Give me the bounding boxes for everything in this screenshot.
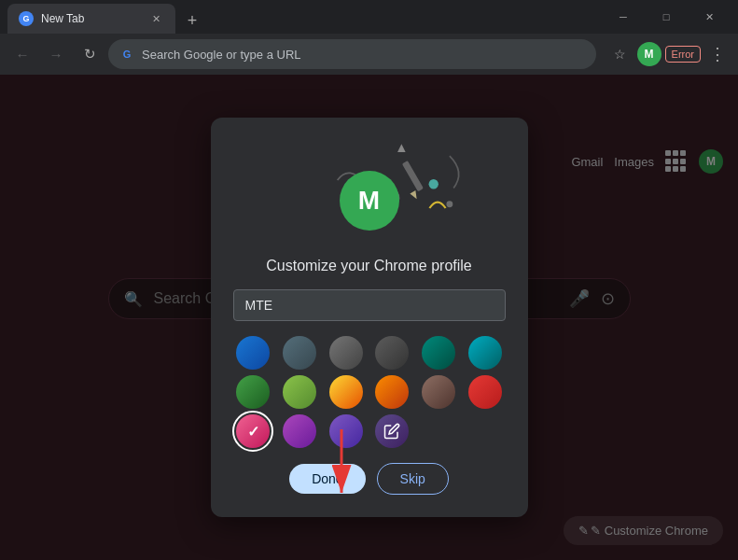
color-swatch[interactable] [283, 375, 316, 409]
new-tab-button[interactable]: + [179, 7, 205, 34]
refresh-button[interactable]: ↻ [75, 39, 104, 69]
tab-strip: G New Tab ✕ + [7, 0, 594, 34]
color-swatch[interactable] [329, 414, 363, 448]
profile-icon[interactable]: M [637, 42, 661, 66]
profile-name-input[interactable] [233, 289, 506, 321]
svg-marker-2 [397, 144, 406, 152]
color-swatch[interactable] [375, 414, 409, 448]
tab-close-button[interactable]: ✕ [147, 10, 164, 27]
color-swatch[interactable] [375, 375, 409, 409]
error-badge: Error [665, 46, 701, 63]
profile-avatar: M [340, 171, 399, 231]
color-swatch[interactable] [422, 336, 455, 370]
color-swatch[interactable] [375, 336, 409, 370]
color-swatch[interactable] [329, 375, 363, 409]
tab-title: New Tab [41, 12, 140, 25]
nav-bar: ← → ↻ G Search Google or type a URL ☆ M … [0, 34, 738, 75]
color-swatch[interactable] [283, 336, 316, 370]
modal-buttons: Done Skip [289, 463, 449, 495]
maximize-button[interactable]: □ [645, 0, 688, 34]
color-swatch-grid [233, 336, 506, 448]
title-bar: G New Tab ✕ + ─ □ ✕ [0, 0, 738, 34]
chrome-menu-button[interactable]: ⋮ [704, 41, 731, 67]
tab-favicon: G [19, 11, 34, 26]
color-swatch[interactable] [236, 375, 270, 409]
color-swatch[interactable] [468, 336, 502, 370]
svg-point-4 [428, 179, 438, 189]
back-button[interactable]: ← [7, 39, 37, 69]
bookmark-icon[interactable]: ☆ [607, 41, 634, 67]
minimize-button[interactable]: ─ [602, 0, 645, 34]
svg-marker-1 [410, 190, 419, 201]
done-button[interactable]: Done [289, 464, 365, 494]
color-swatch[interactable] [329, 336, 363, 370]
svg-point-5 [446, 201, 453, 207]
nav-right: ☆ M Error ⋮ [607, 41, 731, 67]
color-swatch[interactable] [283, 414, 316, 448]
address-bar[interactable]: G Search Google or type a URL [108, 39, 596, 69]
color-swatch[interactable] [236, 336, 270, 370]
close-button[interactable]: ✕ [688, 0, 731, 34]
modal-overlay: M Customize your Chrome profile Done Ski… [0, 75, 738, 560]
modal-title: Customize your Chrome profile [266, 258, 472, 274]
modal-artwork: M [233, 140, 506, 243]
google-g-icon: G [119, 47, 134, 62]
skip-button[interactable]: Skip [377, 463, 449, 495]
customize-profile-modal: M Customize your Chrome profile Done Ski… [211, 118, 528, 517]
address-text: Search Google or type a URL [142, 48, 585, 62]
active-tab[interactable]: G New Tab ✕ [7, 4, 175, 34]
color-swatch[interactable] [422, 375, 455, 409]
title-bar-right: ─ □ ✕ [602, 0, 731, 34]
page-content: Gmail Images M 🔍 Search G 🎤 ⊙ [0, 75, 738, 560]
color-swatch[interactable] [236, 414, 270, 448]
svg-rect-0 [401, 161, 423, 191]
color-swatch[interactable] [468, 375, 502, 409]
forward-button[interactable]: → [41, 39, 71, 69]
